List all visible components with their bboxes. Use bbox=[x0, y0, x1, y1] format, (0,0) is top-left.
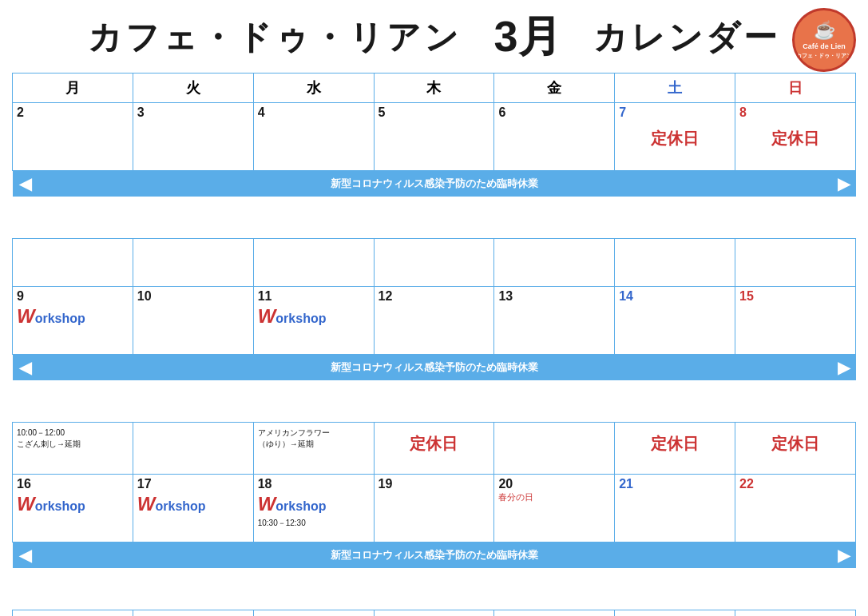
detail-9: 10:00－12:00こざん刺し→延期 bbox=[17, 427, 129, 450]
workshop-16: Workshop bbox=[17, 493, 129, 515]
workshop-w-icon-18: W bbox=[258, 493, 276, 515]
week-3-content: アメリカンフラワー（ゆり） ローズウィンドウ （エモーショナルアロマ）→延期 定… bbox=[13, 610, 856, 617]
cell-10: 10 bbox=[133, 287, 253, 355]
cell-14: 14 bbox=[615, 287, 735, 355]
header-mon: 月 bbox=[13, 74, 133, 103]
date-12: 12 bbox=[379, 289, 393, 303]
cell-13-content bbox=[494, 423, 615, 475]
header-thu: 木 bbox=[374, 74, 494, 103]
month: 3月 bbox=[493, 8, 561, 66]
banner-cell-3: 新型コロナウィルス感染予防のため臨時休業 bbox=[13, 542, 856, 610]
cell-6-content bbox=[494, 239, 615, 287]
week-2-content: 10:00－12:00こざん刺し→延期 アメリカンフラワー（ゆり）→延期 定休日… bbox=[13, 423, 856, 475]
detail-18-time: 10:30－12:30 bbox=[258, 518, 370, 529]
banner-text-1: 新型コロナウィルス感染予防のため臨時休業 bbox=[13, 171, 856, 197]
cell-19: 19 bbox=[374, 475, 494, 542]
workshop-18: Workshop bbox=[258, 493, 370, 515]
teikyu-12: 定休日 bbox=[379, 433, 490, 455]
cell-7: 7定休日 bbox=[615, 103, 735, 171]
date-10: 10 bbox=[137, 289, 152, 303]
banner-text-3: 新型コロナウィルス感染予防のため臨時休業 bbox=[13, 542, 856, 568]
workshop-text-18: orkshop bbox=[275, 499, 326, 513]
cell-9-content: 10:00－12:00こざん刺し→延期 bbox=[13, 423, 133, 475]
week-3-dates: 16 Workshop 17 Workshop 18 Workshop bbox=[13, 475, 856, 542]
workshop-w-icon-17: W bbox=[137, 493, 156, 515]
cell-11: 11 Workshop bbox=[253, 287, 374, 355]
workshop-text-11: orkshop bbox=[275, 312, 326, 325]
date-2: 2 bbox=[17, 105, 24, 119]
cell-7-content bbox=[615, 239, 735, 287]
week-1-content bbox=[13, 239, 856, 287]
cell-15-content: 定休日 bbox=[735, 423, 856, 475]
workshop-w-icon-11: W bbox=[258, 305, 276, 327]
banner-row-2: 新型コロナウィルス感染予防のため臨時休業 bbox=[13, 355, 856, 423]
date-13: 13 bbox=[498, 289, 513, 303]
cell-20-content: 定休日 bbox=[494, 610, 615, 617]
teikyu-8: 定休日 bbox=[739, 128, 851, 149]
workshop-text-17: orkshop bbox=[156, 499, 206, 513]
date-18: 18 bbox=[258, 477, 272, 491]
cell-20: 20 春分の日 bbox=[494, 475, 615, 542]
cell-11-content: アメリカンフラワー（ゆり）→延期 bbox=[253, 423, 374, 475]
workshop-9: Workshop bbox=[17, 305, 129, 328]
date-21: 21 bbox=[619, 477, 633, 491]
cell-12-content: 定休日 bbox=[374, 423, 494, 475]
date-17: 17 bbox=[137, 477, 152, 491]
date-9: 9 bbox=[17, 289, 24, 303]
header-tue: 火 bbox=[133, 74, 253, 103]
cell-17: 17 Workshop bbox=[133, 475, 253, 542]
date-20: 20 bbox=[498, 477, 513, 491]
cell-3: 3 bbox=[133, 103, 253, 171]
date-3: 3 bbox=[137, 105, 145, 119]
header-sun: 日 bbox=[735, 74, 856, 103]
workshop-text-16: orkshop bbox=[35, 499, 85, 513]
calendar-label: カレンダー bbox=[593, 15, 780, 60]
cell-16: 16 Workshop bbox=[13, 475, 133, 542]
cell-18-content: （エモーショナルアロマ）→延期 bbox=[253, 610, 374, 617]
shunbun-label: 春分の日 bbox=[498, 491, 610, 503]
cell-10-content bbox=[133, 423, 253, 475]
cell-6: 6 bbox=[494, 103, 615, 171]
date-19: 19 bbox=[379, 477, 393, 491]
cafe-name: カフェ・ドゥ・リアン bbox=[88, 15, 462, 60]
date-14: 14 bbox=[619, 289, 633, 303]
cell-5: 5 bbox=[374, 103, 494, 171]
workshop-w-icon-16: W bbox=[17, 493, 35, 515]
header-sat: 土 bbox=[615, 74, 735, 103]
date-8: 8 bbox=[739, 105, 747, 119]
date-6: 6 bbox=[498, 105, 505, 119]
cell-16-content: アメリカンフラワー（ゆり） bbox=[13, 610, 133, 617]
logo-text: Café de Lienカフェ・ドゥ・リアン bbox=[796, 42, 852, 60]
date-11: 11 bbox=[258, 289, 272, 303]
cell-8-content bbox=[735, 239, 856, 287]
workshop-w-icon-9: W bbox=[17, 305, 35, 327]
cell-19-content: 定休日 bbox=[374, 610, 494, 617]
header: カフェ・ドゥ・リアン 3月 カレンダー ☕ Café de Lienカフェ・ドゥ… bbox=[12, 8, 856, 66]
cell-4: 4 bbox=[253, 103, 374, 171]
date-22: 22 bbox=[739, 477, 754, 491]
date-7: 7 bbox=[619, 105, 626, 119]
teikyu-15: 定休日 bbox=[739, 433, 851, 455]
date-5: 5 bbox=[379, 105, 386, 119]
cell-22-content: 定休日 bbox=[735, 610, 856, 617]
cell-18: 18 Workshop 10:30－12:30 bbox=[253, 475, 374, 542]
cafe-logo: ☕ Café de Lienカフェ・ドゥ・リアン bbox=[792, 8, 856, 72]
cell-21: 21 bbox=[615, 475, 735, 542]
date-16: 16 bbox=[17, 477, 31, 491]
teikyu-7: 定休日 bbox=[619, 128, 731, 149]
banner-row-3: 新型コロナウィルス感染予防のため臨時休業 bbox=[13, 542, 856, 610]
teikyu-14: 定休日 bbox=[619, 433, 731, 455]
workshop-17: Workshop bbox=[137, 493, 249, 515]
cell-13: 13 bbox=[494, 287, 615, 355]
date-15: 15 bbox=[739, 289, 754, 303]
cell-8: 8定休日 bbox=[735, 103, 856, 171]
cell-2: 2 bbox=[13, 103, 133, 171]
cell-14-content: 定休日 bbox=[615, 423, 735, 475]
date-4: 4 bbox=[258, 105, 265, 119]
cell-5-content bbox=[374, 239, 494, 287]
cell-9: 9 Workshop bbox=[13, 287, 133, 355]
workshop-11: Workshop bbox=[258, 305, 370, 328]
header-fri: 金 bbox=[494, 74, 615, 103]
detail-11: アメリカンフラワー（ゆり）→延期 bbox=[258, 427, 370, 450]
cell-22: 22 bbox=[735, 475, 856, 542]
